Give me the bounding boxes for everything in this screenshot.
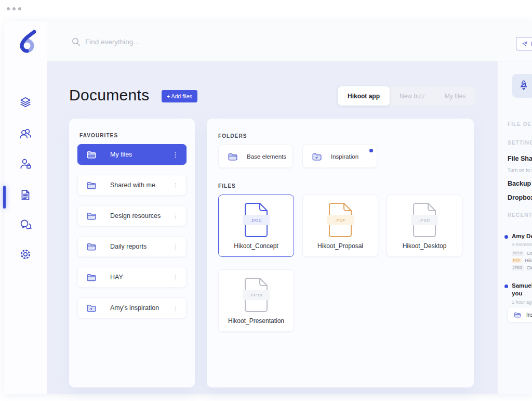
setting-file-sharing-sub: Turn on to share (508, 167, 532, 173)
folder-label: Inspiration (331, 153, 358, 160)
file-ext-badge: JPEG (512, 265, 524, 270)
details-rail: FILE DETAILS SETTINGS File Sharing Turn … (498, 61, 532, 394)
folders-heading: FOLDERS (218, 133, 247, 139)
folder-label: Base elements (247, 153, 286, 160)
file-ext-badge: .PSD (411, 215, 438, 225)
recent-time: A moment ago (512, 242, 532, 247)
setting-dropbox-sync[interactable]: Dropbox Sync (508, 194, 532, 201)
app-logo (16, 29, 41, 57)
folder-icon (513, 311, 522, 319)
favourite-label: Design resources (110, 212, 161, 219)
workspace-tabs: Hikoot app New bizz My files (338, 86, 475, 106)
folder-icon (86, 149, 97, 160)
unread-dot (504, 235, 508, 239)
favourite-item-shared-with-me[interactable]: Shared with me (77, 175, 187, 196)
settings-heading: SETTINGS (508, 140, 532, 146)
file-name: Client_S (527, 265, 532, 270)
favourite-label: HAY (110, 274, 123, 281)
file-ext-badge: .DOC (243, 215, 270, 225)
favourite-label: Amy's inspiration (110, 304, 159, 312)
file-name: Content (527, 250, 532, 256)
documents-icon[interactable] (19, 188, 32, 202)
kebab-menu-icon[interactable] (170, 303, 181, 314)
file-ext-badge: PDF (512, 258, 522, 263)
settings-icon[interactable] (19, 248, 32, 261)
favourite-label: My files (110, 151, 132, 158)
kebab-menu-icon[interactable] (170, 211, 181, 222)
favourites-list: My files Shared with me (77, 144, 187, 328)
chat-icon[interactable] (19, 218, 32, 231)
team-icon[interactable] (19, 127, 32, 140)
recent-user-name-line2: you (512, 290, 522, 296)
user-access-icon[interactable] (19, 157, 32, 171)
file-card-hikoot-desktop[interactable]: .PSD Hikoot_Desktop (387, 195, 462, 257)
folder-icon (86, 179, 97, 191)
favourite-item-daily-reports[interactable]: Daily reports (77, 236, 187, 257)
add-files-button[interactable]: + Add files (162, 90, 197, 102)
active-nav-indicator (3, 186, 6, 209)
favourite-item-my-files[interactable]: My files (77, 144, 187, 165)
tab-new-bizz[interactable]: New bizz (390, 86, 435, 106)
window-dot[interactable] (18, 7, 21, 10)
sidebar (4, 21, 47, 394)
tab-hikoot-app[interactable]: Hikoot app (338, 86, 390, 106)
folder-shared-icon (86, 302, 97, 314)
favourite-item-design-resources[interactable]: Design resources (77, 205, 187, 226)
rocket-icon (518, 80, 529, 92)
recent-file-chip[interactable]: PPTX Content (512, 250, 532, 256)
top-bar: Invite (47, 21, 532, 61)
file-name: Hikoot_Proposal (303, 242, 378, 250)
window-dot[interactable] (7, 7, 10, 10)
setting-file-sharing[interactable]: File Sharing (508, 155, 532, 162)
favourites-panel: FAVOURITES My files (69, 119, 195, 387)
favourite-label: Shared with me (110, 182, 155, 189)
folder-card-base-elements[interactable]: Base elements (218, 145, 293, 168)
invite-button[interactable]: Invite (516, 37, 532, 50)
file-name: Hikoot_Desktop (387, 242, 462, 250)
recent-file-chip[interactable]: PDF Hikoot_ (512, 257, 532, 263)
tab-my-files[interactable]: My files (435, 86, 476, 106)
favourites-heading: FAVOURITES (79, 133, 118, 138)
rocket-button[interactable] (512, 74, 532, 98)
kebab-menu-icon[interactable] (170, 241, 181, 252)
file-card-hikoot-proposal[interactable]: .PDF Hikoot_Proposal (302, 195, 378, 257)
kebab-menu-icon[interactable] (170, 272, 181, 283)
file-grid: .DOC Hikoot_Concept .PDF Hikoot_Proposal (218, 195, 463, 332)
file-card-hikoot-presentation[interactable]: .PPTX Hikoot_Presentation (218, 269, 294, 332)
folder-shared-icon (311, 151, 323, 162)
file-details-heading: FILE DETAILS (508, 121, 532, 127)
file-ext-badge: PPTX (512, 251, 524, 256)
app-window: Invite Documents + Add files Hikoot app … (4, 21, 532, 394)
recent-folder-chip-inspiration[interactable]: Inspiration (508, 307, 532, 322)
unread-dot (504, 284, 508, 288)
page-title: Documents (69, 86, 149, 104)
folder-icon (86, 271, 97, 283)
layers-icon[interactable] (19, 96, 32, 109)
file-name: Hikoot_Presentation (219, 317, 294, 325)
file-name: Hikoot_Concept (219, 242, 294, 250)
file-ext-badge: .PPTX (243, 290, 270, 300)
favourite-item-amys-inspiration[interactable]: Amy's inspiration (77, 297, 187, 318)
recent-time: 1 hour ago (512, 300, 532, 305)
favourite-item-hay[interactable]: HAY (77, 267, 187, 288)
kebab-menu-icon[interactable] (170, 180, 181, 191)
folder-icon (227, 151, 238, 162)
file-card-hikoot-concept[interactable]: .DOC Hikoot_Concept (218, 195, 294, 257)
folder-icon (86, 241, 97, 252)
kebab-menu-icon[interactable] (170, 149, 181, 160)
files-heading: FILES (218, 183, 236, 189)
search-input[interactable] (85, 35, 303, 48)
setting-backup[interactable]: Backup (508, 180, 531, 187)
favourite-label: Daily reports (110, 243, 147, 250)
window-dot[interactable] (12, 7, 16, 10)
folder-icon (86, 210, 97, 222)
notification-dot (369, 149, 373, 152)
recent-files-heading: RECENT FILES (508, 212, 532, 218)
window-controls[interactable] (7, 7, 21, 10)
file-ext-badge: .PDF (327, 215, 354, 225)
recent-user-name[interactable]: Amy Dettm (512, 233, 532, 239)
recent-user-name[interactable]: Samuel Sh (512, 282, 532, 289)
folder-card-inspiration[interactable]: Inspiration (302, 145, 377, 168)
folder-cards: Base elements Inspiration (218, 145, 377, 168)
recent-file-chip[interactable]: JPEG Client_S (512, 265, 532, 270)
